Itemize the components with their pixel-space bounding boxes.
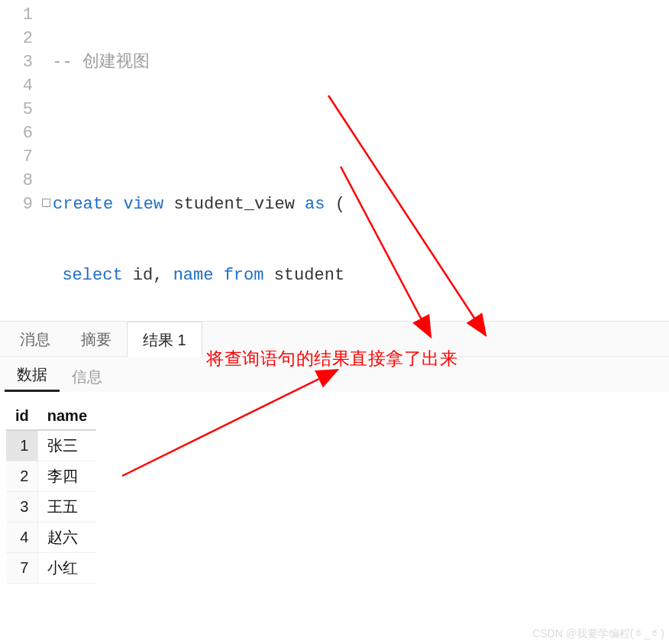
tab-messages[interactable]: 消息 [5, 322, 66, 356]
col-id[interactable]: id [6, 403, 38, 430]
line-number-gutter: 1 2 3 4 5 6 7 8 9 [0, 0, 42, 321]
cell-name: 王五 [38, 492, 96, 523]
table-row[interactable]: 1 张三 [6, 430, 96, 461]
kw-select: select [62, 266, 122, 285]
line-no: 2 [0, 27, 33, 50]
line-no: 5 [0, 98, 33, 121]
sql-editor[interactable]: 1 2 3 4 5 6 7 8 9 -- 创建视图 create view st… [0, 0, 669, 321]
result-table[interactable]: id name 1 张三 2 李四 3 王五 4 赵六 7 小红 [6, 403, 96, 584]
subtab-data[interactable]: 数据 [5, 357, 60, 392]
comment-text: -- 创建视图 [52, 53, 150, 72]
line-no: 8 [0, 169, 33, 193]
kw-view: view [123, 195, 163, 214]
line-no: 1 [0, 3, 33, 27]
kw-name: name [173, 266, 214, 285]
cell-id: 7 [6, 553, 38, 584]
table-row[interactable]: 3 王五 [6, 492, 96, 523]
paren-open: ( [325, 195, 344, 214]
ident-table: student [263, 266, 344, 285]
line-no: 6 [0, 121, 33, 145]
subtab-info[interactable]: 信息 [60, 359, 115, 392]
table-row[interactable]: 4 赵六 [6, 523, 96, 553]
line-no: 3 [0, 50, 33, 74]
kw-create: create [53, 195, 113, 214]
cell-name: 张三 [38, 430, 96, 461]
cell-id: 4 [6, 523, 38, 553]
cell-name: 小红 [38, 553, 96, 584]
ident-viewname: student_view [163, 195, 305, 214]
cell-name: 赵六 [38, 523, 96, 553]
kw-as: as [305, 195, 325, 214]
table-row[interactable]: 7 小红 [6, 553, 96, 584]
fold-icon[interactable] [42, 199, 50, 207]
tab-result-1[interactable]: 结果 1 [127, 322, 202, 357]
cell-id: 3 [6, 492, 38, 523]
line-no: 9 [0, 193, 33, 216]
code-area[interactable]: -- 创建视图 create view student_view as ( se… [42, 0, 669, 321]
line-no: 7 [0, 145, 33, 169]
cell-name: 李四 [38, 461, 96, 492]
annotation-label: 将查询语句的结果直接拿了出来 [206, 347, 457, 371]
tab-summary[interactable]: 摘要 [66, 322, 127, 356]
cell-id: 1 [6, 430, 38, 461]
cell-id: 2 [6, 461, 38, 492]
table-row[interactable]: 2 李四 [6, 461, 96, 492]
col-name[interactable]: name [38, 403, 96, 430]
watermark: CSDN @我要学编程(ಥ_ಥ) [532, 627, 664, 641]
line-no: 4 [0, 74, 33, 98]
cols: id, [123, 266, 173, 285]
kw-from: from [213, 266, 263, 285]
